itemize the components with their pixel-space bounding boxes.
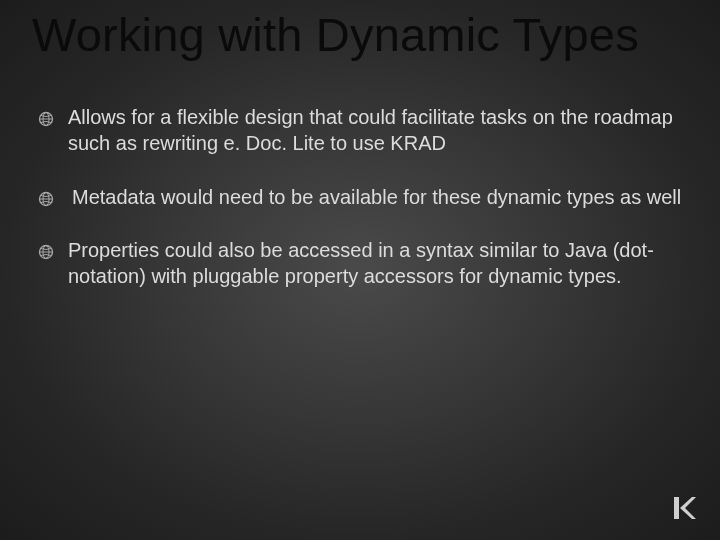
globe-icon xyxy=(38,241,54,257)
slide-title: Working with Dynamic Types xyxy=(32,10,688,59)
bullet-text: Properties could also be accessed in a s… xyxy=(68,238,684,289)
bullet-text: Metadata would need to be available for … xyxy=(68,185,684,211)
list-item: Metadata would need to be available for … xyxy=(38,185,684,211)
bullet-text: Allows for a flexible design that could … xyxy=(68,105,684,156)
logo-icon xyxy=(670,494,698,522)
svg-rect-9 xyxy=(674,497,679,519)
svg-marker-10 xyxy=(680,497,696,519)
globe-icon xyxy=(38,108,54,124)
bullet-list: Allows for a flexible design that could … xyxy=(38,105,684,289)
globe-icon xyxy=(38,188,54,204)
list-item: Properties could also be accessed in a s… xyxy=(38,238,684,289)
list-item: Allows for a flexible design that could … xyxy=(38,105,684,156)
slide: Working with Dynamic Types Allows for a … xyxy=(0,0,720,540)
